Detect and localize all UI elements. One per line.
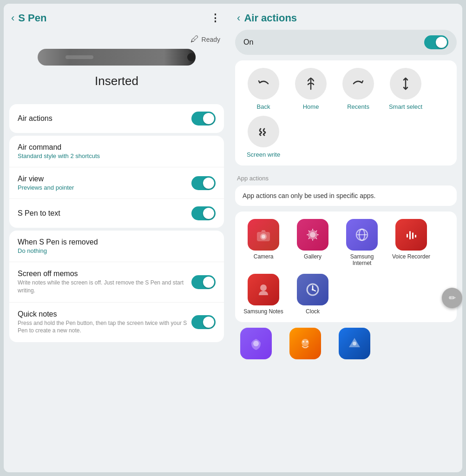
spen-to-text-toggle[interactable] bbox=[191, 206, 216, 220]
gesture-back-circle bbox=[248, 68, 279, 99]
app-clock-icon bbox=[297, 274, 328, 305]
app-samsung-internet[interactable]: Samsung Internet bbox=[341, 219, 383, 266]
gesture-home-circle bbox=[295, 68, 327, 99]
app-gallery-icon bbox=[297, 219, 328, 251]
gesture-screen-write-label: Screen write bbox=[247, 151, 280, 158]
gesture-recents-label: Recents bbox=[347, 103, 369, 110]
right-header-left: ‹ Air actions bbox=[237, 12, 297, 24]
spen-to-text-title: S Pen to text bbox=[18, 209, 191, 218]
app-voice-recorder[interactable]: Voice Recorder bbox=[390, 219, 432, 266]
when-removed-title: When S Pen is removed bbox=[18, 238, 216, 246]
edit-fab[interactable]: ✏ bbox=[442, 288, 462, 308]
svg-point-17 bbox=[253, 341, 259, 346]
air-view-item[interactable]: Air view Previews and pointer bbox=[9, 167, 224, 199]
left-more-button[interactable]: ⋮ bbox=[210, 12, 220, 24]
ready-label: Ready bbox=[202, 36, 220, 43]
bottom-apps-row bbox=[230, 328, 462, 359]
left-title: S Pen bbox=[18, 12, 46, 24]
right-panel: ‹ Air actions On Back bbox=[230, 4, 462, 472]
screen-off-memos-toggle[interactable] bbox=[191, 275, 216, 289]
app-camera-label: Camera bbox=[254, 253, 274, 260]
app-voice-recorder-label: Voice Recorder bbox=[392, 253, 430, 260]
app-samsung-internet-label: Samsung Internet bbox=[341, 253, 383, 266]
air-actions-toggle[interactable] bbox=[191, 112, 216, 126]
gesture-screen-write[interactable]: Screen write bbox=[243, 116, 284, 158]
when-removed-item[interactable]: When S Pen is removed Do nothing bbox=[9, 231, 224, 262]
air-command-title: Air command bbox=[18, 143, 216, 152]
app-extra2[interactable] bbox=[284, 328, 326, 359]
app-samsung-notes-label: Samsung Notes bbox=[243, 308, 283, 315]
air-view-text: Air view Previews and pointer bbox=[18, 175, 191, 191]
right-title: Air actions bbox=[244, 12, 297, 24]
air-actions-main-toggle[interactable] bbox=[424, 35, 448, 49]
screen-off-memos-desc: Write notes while the screen is off. Jus… bbox=[18, 279, 191, 295]
left-panel: ‹ S Pen ⋮ 🖊 Ready Inserted Air actions bbox=[4, 4, 230, 472]
svg-point-18 bbox=[302, 339, 309, 346]
app-clock-label: Clock bbox=[306, 308, 320, 315]
spen-to-text-item[interactable]: S Pen to text bbox=[9, 199, 224, 228]
gesture-recents[interactable]: Recents bbox=[337, 68, 379, 110]
quick-notes-title: Quick notes bbox=[18, 310, 191, 318]
gestures-section: Back Home bbox=[235, 60, 457, 165]
apps-grid-section: Camera Gallery bbox=[235, 212, 457, 322]
app-actions-note: App actions can only be used in specific… bbox=[235, 185, 457, 206]
apps-grid: Camera Gallery bbox=[243, 219, 449, 315]
left-header-left: ‹ S Pen bbox=[11, 12, 46, 24]
app-extra1-icon bbox=[240, 328, 272, 359]
app-extra2-icon bbox=[289, 328, 321, 359]
air-view-toggle[interactable] bbox=[191, 176, 216, 190]
spen-illustration bbox=[38, 49, 196, 66]
on-toggle-row[interactable]: On bbox=[235, 30, 457, 55]
svg-point-20 bbox=[306, 341, 308, 343]
quick-notes-desc: Press and hold the Pen button, then tap … bbox=[18, 319, 191, 335]
gesture-home-label: Home bbox=[303, 103, 319, 110]
screen-off-memos-title: Screen off memos bbox=[18, 270, 191, 278]
air-command-text: Air command Standard style with 2 shortc… bbox=[18, 143, 216, 159]
spen-to-text-text: S Pen to text bbox=[18, 209, 191, 218]
svg-rect-8 bbox=[407, 234, 408, 238]
air-view-subtitle: Previews and pointer bbox=[18, 184, 191, 191]
app-gallery-label: Gallery bbox=[304, 253, 322, 260]
svg-point-19 bbox=[302, 341, 304, 343]
app-gallery[interactable]: Gallery bbox=[292, 219, 334, 266]
app-voice-recorder-icon bbox=[395, 219, 427, 251]
gesture-home[interactable]: Home bbox=[290, 68, 332, 110]
pen-status-text: Inserted bbox=[95, 74, 138, 88]
when-removed-subtitle: Do nothing bbox=[18, 247, 216, 254]
gesture-back[interactable]: Back bbox=[243, 68, 284, 110]
gesture-smart-select[interactable]: Smart select bbox=[385, 68, 427, 110]
ready-badge: 🖊 Ready bbox=[190, 34, 220, 44]
spen-status-area: 🖊 Ready Inserted bbox=[4, 30, 230, 98]
settings-list: Air actions Air command Standard style w… bbox=[4, 98, 230, 472]
app-actions-header: App actions bbox=[230, 171, 462, 184]
air-actions-title: Air actions bbox=[18, 114, 191, 123]
right-back-button[interactable]: ‹ bbox=[237, 12, 240, 24]
screen-off-memos-item[interactable]: Screen off memos Write notes while the s… bbox=[9, 262, 224, 303]
app-extra1[interactable] bbox=[235, 328, 277, 359]
quick-notes-text: Quick notes Press and hold the Pen butto… bbox=[18, 310, 191, 335]
gesture-back-label: Back bbox=[257, 103, 270, 110]
gesture-screen-write-circle bbox=[248, 116, 279, 147]
svg-rect-10 bbox=[412, 232, 413, 239]
app-clock[interactable]: Clock bbox=[292, 274, 334, 315]
quick-notes-toggle[interactable] bbox=[191, 315, 216, 329]
svg-rect-11 bbox=[415, 235, 416, 238]
air-command-item[interactable]: Air command Standard style with 2 shortc… bbox=[9, 136, 224, 167]
air-actions-text: Air actions bbox=[18, 114, 191, 123]
screen-off-memos-text: Screen off memos Write notes while the s… bbox=[18, 270, 191, 295]
app-samsung-notes-icon bbox=[248, 274, 279, 305]
right-header: ‹ Air actions bbox=[230, 4, 462, 30]
svg-point-12 bbox=[260, 284, 267, 291]
app-extra3[interactable] bbox=[334, 328, 375, 359]
gestures-grid: Back Home bbox=[243, 68, 449, 158]
left-back-button[interactable]: ‹ bbox=[11, 12, 14, 24]
gesture-smart-select-circle bbox=[390, 68, 421, 99]
air-view-title: Air view bbox=[18, 175, 191, 183]
quick-notes-item[interactable]: Quick notes Press and hold the Pen butto… bbox=[9, 303, 224, 343]
svg-point-22 bbox=[353, 342, 356, 345]
app-samsung-notes[interactable]: Samsung Notes bbox=[243, 274, 284, 315]
air-actions-item[interactable]: Air actions bbox=[9, 104, 224, 133]
on-label: On bbox=[243, 38, 253, 46]
app-camera[interactable]: Camera bbox=[243, 219, 284, 266]
gesture-smart-select-label: Smart select bbox=[389, 103, 422, 110]
